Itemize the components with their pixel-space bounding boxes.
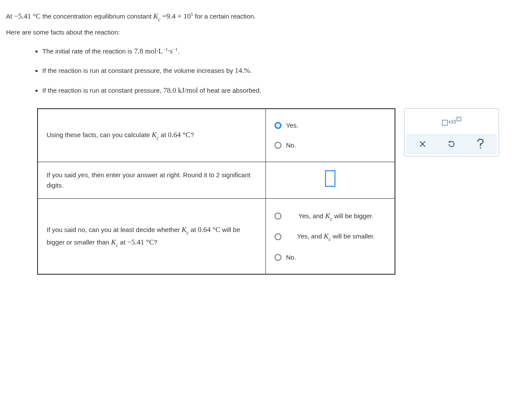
text: If the reaction is run at constant press… — [42, 87, 163, 94]
radio-icon — [275, 254, 281, 261]
radio-no-3[interactable]: No. — [275, 252, 386, 263]
temperature-2: 0.64 °C — [168, 131, 190, 139]
radio-smaller[interactable]: Yes, and Kc will be smaller. — [275, 230, 386, 243]
kc-symbol: K — [325, 212, 330, 220]
a2-cell — [266, 162, 395, 198]
radio-label: No. — [286, 140, 296, 150]
radio-yes[interactable]: Yes. — [275, 120, 386, 131]
kc-subscript: c — [116, 242, 118, 248]
kc-subscript: c — [330, 216, 332, 222]
facts-list: The initial rate of the reaction is 7.8 … — [6, 45, 512, 96]
text: If you said no, can you at least decide … — [47, 226, 182, 233]
text: ? — [154, 238, 158, 246]
close-icon — [419, 140, 426, 148]
text: Yes, and — [298, 212, 325, 219]
yes-italic: yes — [78, 171, 88, 179]
text: the concentration equilibrium constant — [41, 13, 153, 20]
text: . — [250, 67, 252, 74]
tool-palette: x10 — [404, 108, 499, 157]
q3-cell: If you said no, can you at least decide … — [38, 198, 266, 274]
radio-label: Yes, and Kc will be smaller. — [286, 230, 386, 243]
problem-container: At −5.41 °C the concentration equilibriu… — [6, 10, 512, 275]
kc-subscript: c — [158, 16, 160, 22]
reset-button[interactable] — [440, 136, 463, 152]
intro-line-2: Here are some facts about the reaction: — [6, 27, 512, 38]
box-icon — [442, 120, 448, 125]
fact-1: The initial rate of the reaction is 7.8 … — [42, 45, 512, 57]
text: . — [178, 47, 180, 55]
text: If you said — [47, 171, 78, 179]
radio-bigger[interactable]: Yes, and Kc will be bigger. — [275, 210, 386, 223]
answer-entry-box[interactable] — [325, 170, 335, 187]
fact-2: If the reaction is run at constant press… — [42, 65, 512, 76]
kc-subscript: c — [186, 230, 189, 236]
radio-label: Yes, and Kc will be bigger. — [286, 210, 386, 223]
k-value: 9.4 × 10 — [167, 12, 191, 20]
palette-row-top: x10 — [406, 111, 497, 132]
svg-point-3 — [480, 147, 481, 148]
equals: = — [161, 12, 167, 20]
radio-icon — [275, 233, 281, 240]
text: At — [6, 13, 14, 20]
radio-label: No. — [286, 252, 296, 263]
palette-row-bottom — [406, 134, 497, 154]
radio-label: Yes. — [286, 120, 298, 131]
temperature-1: −5.41 °C — [14, 12, 41, 20]
a1-cell: Yes. No. — [266, 109, 395, 162]
kc-symbol: K — [182, 226, 186, 234]
temperature-1: −5.41 °C — [127, 238, 154, 246]
question-table: Using these facts, can you calculate Kc … — [37, 108, 395, 275]
fact-3: If the reaction is run at constant press… — [42, 85, 512, 96]
undo-icon — [447, 140, 456, 148]
radio-no[interactable]: No. — [275, 140, 386, 150]
text: Yes, and — [297, 232, 324, 240]
text: will be smaller. — [331, 232, 375, 240]
text: The initial rate of the reaction is — [42, 47, 134, 55]
temperature-2: 0.64 °C — [198, 226, 220, 234]
kc-symbol: K — [152, 131, 156, 139]
sci-notation-button[interactable]: x10 — [440, 114, 463, 129]
text: at — [189, 226, 198, 233]
kc-subscript: c — [328, 236, 331, 242]
heat-value: 78.0 kJ/mol — [163, 86, 198, 94]
q2-cell: If you said yes, then enter your answer … — [38, 162, 266, 198]
text: Using these facts, can you calculate — [47, 131, 152, 138]
volume-change: 14.% — [235, 66, 250, 75]
text: at — [159, 131, 168, 138]
q1-cell: Using these facts, can you calculate Kc … — [38, 109, 266, 162]
intro-line-1: At −5.41 °C the concentration equilibriu… — [6, 10, 512, 23]
clear-button[interactable] — [411, 136, 434, 152]
exp: −1 — [173, 47, 178, 52]
radio-icon — [275, 213, 281, 219]
kc-symbol: K — [111, 238, 116, 246]
kc-symbol: K — [324, 232, 328, 240]
text: will be bigger. — [332, 212, 373, 219]
kc-symbol: K — [153, 12, 158, 20]
text: for a certain reaction. — [193, 13, 256, 20]
svg-marker-2 — [448, 141, 450, 143]
question-icon — [476, 138, 485, 150]
text: at — [118, 238, 127, 246]
text: If the reaction is run at constant press… — [42, 67, 235, 74]
exp: −1 — [163, 47, 168, 52]
unit: ·s — [168, 47, 173, 55]
help-button[interactable] — [469, 136, 492, 152]
a3-cell: Yes, and Kc will be bigger. Yes, and Kc … — [266, 198, 395, 274]
radio-icon — [275, 122, 281, 129]
kc-subscript: c — [157, 135, 159, 141]
text: ? — [190, 131, 194, 138]
intro: At −5.41 °C the concentration equilibriu… — [6, 10, 512, 38]
rate-value: 7.8 mol·L — [134, 47, 163, 55]
box-icon — [457, 117, 461, 121]
x10-label: x10 — [449, 118, 456, 126]
text: of heat are absorbed. — [198, 87, 261, 94]
radio-icon — [275, 142, 281, 149]
